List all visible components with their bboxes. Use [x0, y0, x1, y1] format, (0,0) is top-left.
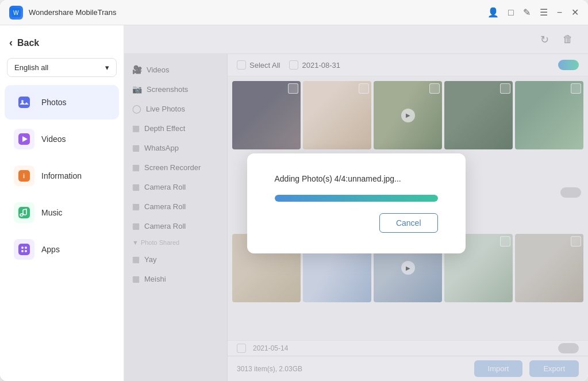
minimize-icon[interactable]: −: [557, 7, 562, 18]
main-content: ↻ 🗑 🎥 Videos 📷 Screenshots ◯: [124, 25, 588, 381]
svg-point-13: [25, 250, 27, 252]
sidebar-item-music-label: Music: [41, 208, 63, 217]
edit-icon[interactable]: ✎: [523, 7, 531, 18]
apps-icon: [14, 239, 34, 260]
progress-bar-fill: [275, 195, 438, 202]
sidebar-item-music[interactable]: Music: [5, 195, 119, 230]
back-arrow-icon: ‹: [9, 37, 13, 49]
svg-point-11: [25, 247, 27, 249]
sidebar-item-information-label: Information: [41, 171, 82, 180]
back-button[interactable]: ‹ Back: [0, 32, 124, 58]
sidebar-item-videos[interactable]: Videos: [5, 122, 119, 156]
app-window: W Wondershare MobileTrans 👤 □ ✎ ☰ − ✕ ‹ …: [0, 0, 588, 381]
sidebar-item-apps-label: Apps: [41, 245, 60, 254]
sidebar-item-photos[interactable]: Photos: [5, 85, 119, 120]
svg-text:i: i: [23, 172, 25, 179]
back-label: Back: [17, 38, 39, 48]
svg-point-12: [21, 250, 24, 252]
window-controls: 👤 □ ✎ ☰ − ✕: [487, 7, 579, 18]
chevron-down-icon: ▾: [105, 63, 109, 72]
modal-box: Adding Photo(s) 4/4:unnamed.jpg... Cance…: [247, 153, 466, 253]
sidebar-item-apps[interactable]: Apps: [5, 232, 119, 267]
videos-icon: [14, 129, 34, 149]
language-selector[interactable]: English all ▾: [7, 58, 117, 77]
content-area: ‹ Back English all ▾ Photos: [0, 25, 588, 381]
sidebar-item-photos-label: Photos: [41, 98, 67, 107]
app-logo: W: [9, 6, 23, 20]
sidebar-item-videos-label: Videos: [41, 134, 66, 144]
modal-overlay: Adding Photo(s) 4/4:unnamed.jpg... Cance…: [124, 25, 588, 381]
app-title: Wondershare MobileTrans: [29, 8, 487, 17]
title-bar: W Wondershare MobileTrans 👤 □ ✎ ☰ − ✕: [0, 0, 588, 25]
music-icon: [14, 202, 34, 223]
menu-icon[interactable]: ☰: [540, 7, 548, 18]
sidebar-item-information[interactable]: i Information: [5, 159, 119, 193]
language-label: English all: [14, 63, 48, 72]
photos-icon: [14, 92, 34, 113]
information-icon: i: [14, 166, 34, 186]
bookmark-icon[interactable]: □: [508, 7, 514, 18]
cancel-button[interactable]: Cancel: [379, 213, 438, 233]
close-icon[interactable]: ✕: [571, 7, 579, 18]
svg-rect-2: [18, 97, 30, 108]
svg-point-10: [21, 247, 24, 249]
progress-bar-track: [275, 195, 438, 202]
svg-text:W: W: [13, 10, 19, 16]
account-icon[interactable]: 👤: [487, 7, 499, 18]
sidebar: ‹ Back English all ▾ Photos: [0, 25, 124, 381]
svg-rect-8: [18, 207, 30, 218]
modal-actions: Cancel: [275, 213, 438, 233]
modal-message: Adding Photo(s) 4/4:unnamed.jpg...: [275, 174, 401, 183]
svg-rect-9: [18, 244, 30, 255]
